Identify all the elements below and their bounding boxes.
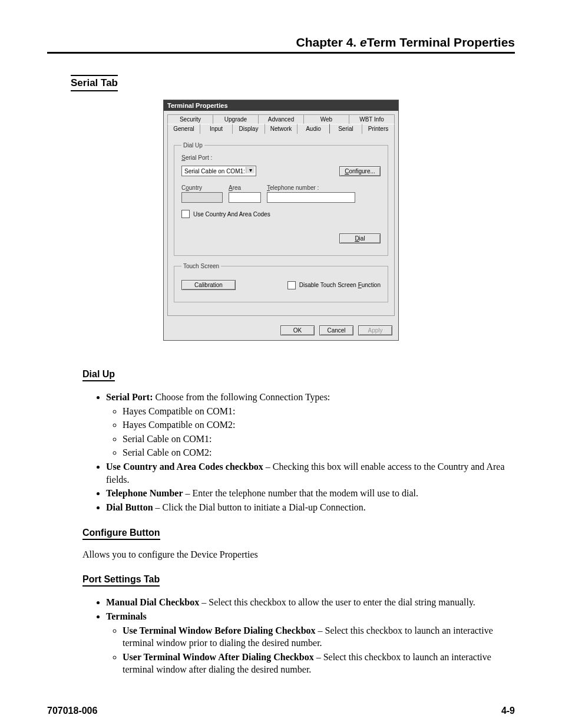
label-area: Area <box>229 185 261 191</box>
dial-button[interactable]: Dial <box>339 233 381 243</box>
tab-input[interactable]: Input <box>200 124 232 134</box>
section-serial-tab: Serial Tab <box>71 75 118 91</box>
list-item: Dial Button – Click the Dial button to i… <box>106 501 515 514</box>
label-country: Country <box>181 185 223 191</box>
tab-upgrade[interactable]: Upgrade <box>213 114 258 124</box>
chapter-prefix: Chapter 4. <box>296 35 360 49</box>
list-item: User Terminal Window After Dialing Check… <box>123 651 515 676</box>
list-item: Use Terminal Window Before Dialing Check… <box>123 624 515 650</box>
configure-button-text: Allows you to configure the Device Prope… <box>82 549 515 560</box>
serial-port-dropdown[interactable]: Serial Cable on COM1: <box>181 166 256 176</box>
list-item: Serial Cable on COM2: <box>123 446 515 459</box>
footer-docnum: 707018-006 <box>47 706 97 716</box>
chapter-italic-e: e <box>360 35 367 49</box>
tab-general[interactable]: General <box>167 124 200 134</box>
disable-touch-checkbox[interactable]: Disable Touch Screen Function <box>287 281 381 289</box>
terminal-properties-screenshot: Terminal Properties Security Upgrade Adv… <box>163 100 399 341</box>
telephone-field[interactable] <box>267 192 355 203</box>
port-settings-list: Manual Dial Checkbox – Select this check… <box>92 596 515 676</box>
group-touch-screen: Touch Screen Calibration Disable Touch S… <box>174 263 388 302</box>
use-country-area-checkbox[interactable]: Use Country And Area Codes <box>181 210 270 218</box>
list-item: Manual Dial Checkbox – Select this check… <box>106 596 515 609</box>
group-touch-legend: Touch Screen <box>181 263 221 269</box>
serial-port-value: Serial Cable on COM1: <box>184 168 245 174</box>
list-item: Serial Port: Choose from the following C… <box>106 391 515 459</box>
area-field[interactable] <box>229 192 261 203</box>
tab-audio[interactable]: Audio <box>297 124 329 134</box>
configure-button[interactable]: Configure... <box>339 166 381 176</box>
cancel-button[interactable]: Cancel <box>319 325 353 335</box>
dialog-titlebar: Terminal Properties <box>164 100 398 111</box>
list-item: Terminals Use Terminal Window Before Dia… <box>106 610 515 676</box>
chapter-header: Chapter 4. eTerm Terminal Properties <box>47 35 515 54</box>
apply-button[interactable]: Apply <box>358 325 392 335</box>
tab-advanced[interactable]: Advanced <box>258 114 303 124</box>
tab-web[interactable]: Web <box>303 114 349 124</box>
tab-serial[interactable]: Serial <box>329 124 362 134</box>
tab-security[interactable]: Security <box>167 114 213 124</box>
list-item: Telephone Number – Enter the telephone n… <box>106 487 515 500</box>
section-configure-button: Configure Button <box>82 528 160 540</box>
chapter-suffix: Term Terminal Properties <box>367 35 515 49</box>
section-dial-up: Dial Up <box>82 369 115 381</box>
footer-pagenum: 4-9 <box>501 706 515 716</box>
list-item: Serial Cable on COM1: <box>123 433 515 446</box>
checkbox-icon <box>287 281 296 289</box>
tab-wbt-info[interactable]: WBT Info <box>349 114 395 124</box>
group-dial-up-legend: Dial Up <box>181 142 204 149</box>
label-telephone: Telephone number : <box>267 185 381 191</box>
tab-printers[interactable]: Printers <box>362 124 395 134</box>
list-item: Use Country and Area Codes checkbox – Ch… <box>106 460 515 486</box>
tab-network[interactable]: Network <box>265 124 297 134</box>
page-footer: 707018-006 4-9 <box>47 706 515 716</box>
ok-button[interactable]: OK <box>280 325 315 335</box>
country-field[interactable] <box>181 192 223 203</box>
dial-up-list: Serial Port: Choose from the following C… <box>92 391 515 513</box>
list-item: Hayes Compatible on COM2: <box>123 419 515 431</box>
group-dial-up: Dial Up Serial Port : Serial Cable on CO… <box>174 142 388 256</box>
list-item: Hayes Compatible on COM1: <box>123 405 515 418</box>
label-serial-port: Serial Port : <box>181 154 381 161</box>
section-port-settings: Port Settings Tab <box>82 574 160 587</box>
calibration-button[interactable]: Calibration <box>181 280 236 290</box>
checkbox-icon <box>181 210 190 218</box>
tab-display[interactable]: Display <box>232 124 265 134</box>
